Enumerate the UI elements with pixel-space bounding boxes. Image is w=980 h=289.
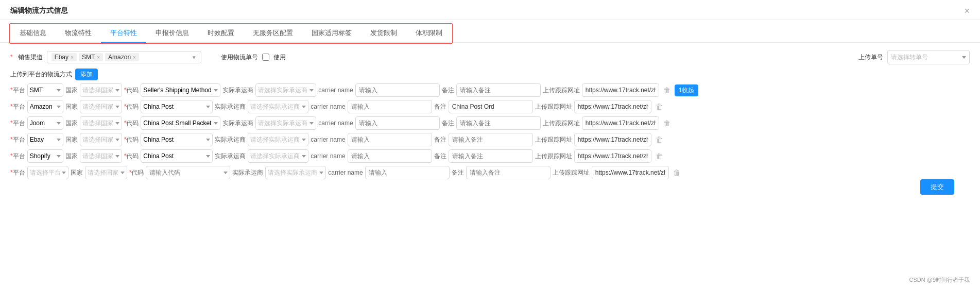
platform-select-1[interactable]: Amazon — [27, 100, 63, 113]
carrier-label-0: 实际承运商 — [222, 86, 253, 95]
tag-smt-close[interactable]: × — [97, 55, 100, 60]
tag-amazon: Amazon × — [105, 53, 139, 61]
tab-logistics-props[interactable]: 物流特性 — [56, 24, 101, 43]
tab-declared-price[interactable]: 申报价信息 — [146, 24, 198, 43]
table-row: *平台 Amazon 国家 请选择国家 *代码 China Post 实际承运商… — [10, 100, 970, 113]
code-label-4: *代码 — [124, 152, 139, 161]
carrier-name-label-1: carrier name — [311, 103, 345, 110]
remark-input-0[interactable] — [456, 83, 541, 97]
platform-label-0: *平台 — [10, 86, 25, 95]
code-select-0[interactable]: Seller's Shipping Method — [141, 83, 220, 97]
use-logistics-checkbox[interactable] — [262, 54, 269, 61]
code-label-5: *代码 — [129, 168, 144, 177]
carrier-name-input-3[interactable] — [348, 133, 432, 146]
code-select-4[interactable]: China Post — [141, 149, 213, 163]
platform-select-5[interactable]: 请选择平台 — [27, 166, 68, 179]
url-input-5[interactable] — [592, 166, 669, 179]
carrier-select-5[interactable]: 请选择实际承运商 — [265, 166, 326, 179]
carrier-label-1: 实际承运商 — [215, 103, 246, 111]
remark-input-2[interactable] — [456, 116, 541, 130]
collect-button-0[interactable]: 1收起 — [675, 84, 699, 96]
top-row-right: 上传单号 请选择转单号 — [858, 50, 970, 64]
tab-platform-props[interactable]: 平台特性 — [101, 24, 146, 43]
sales-channel-input[interactable]: Ebay × SMT × Amazon × ▼ — [47, 51, 201, 63]
carrier-select-2[interactable]: 请选择实际承运商 — [255, 116, 316, 130]
remark-input-5[interactable] — [466, 166, 551, 179]
add-platform-button[interactable]: 添加 — [75, 69, 98, 80]
carrier-label-2: 实际承运商 — [222, 119, 253, 128]
platform-label-1: *平台 — [10, 103, 25, 111]
delete-button-3[interactable]: 🗑 — [654, 135, 665, 144]
carrier-name-input-4[interactable] — [348, 149, 432, 163]
remark-input-4[interactable] — [449, 149, 533, 163]
country-select-0[interactable]: 请选择国家 — [80, 83, 122, 97]
code-select-2[interactable]: China Post Small Packet — [141, 116, 220, 130]
remark-input-1[interactable] — [449, 100, 533, 113]
top-row: * 销售渠道 Ebay × SMT × Amazon × ▼ — [10, 50, 970, 64]
country-select-3[interactable]: 请选择国家 — [80, 133, 122, 146]
url-input-3[interactable] — [574, 133, 651, 146]
code-label-2: *代码 — [124, 119, 139, 128]
url-label-4: 上传跟踪网址 — [535, 152, 572, 161]
url-label-0: 上传跟踪网址 — [543, 86, 580, 95]
platform-select-3[interactable]: Ebay — [27, 133, 63, 146]
country-select-4[interactable]: 请选择国家 — [80, 149, 122, 163]
upload-platform-label: 上传到平台的物流方式 — [10, 70, 72, 79]
tab-country-label[interactable]: 国家适用标签 — [302, 24, 361, 43]
tab-volume-limit[interactable]: 体积限制 — [406, 24, 452, 43]
tab-shipping-limit[interactable]: 发货限制 — [361, 24, 406, 43]
table-row: *平台 请选择平台 国家 请选择国家 *代码 实际承运商 请选择实际承运商 ca… — [10, 166, 970, 179]
tag-ebay-label: Ebay — [55, 54, 68, 61]
delete-button-0[interactable]: 🗑 — [661, 86, 673, 94]
carrier-select-1[interactable]: 请选择实际承运商 — [248, 100, 308, 113]
platform-select-4[interactable]: Shopify — [27, 149, 63, 163]
url-input-0[interactable] — [582, 83, 659, 97]
remark-label-2: 备注 — [442, 119, 454, 128]
delete-button-2[interactable]: 🗑 — [661, 119, 673, 127]
platform-row-header: 上传到平台的物流方式 添加 — [10, 69, 970, 80]
submit-button[interactable]: 提交 — [920, 179, 954, 195]
tag-amazon-close[interactable]: × — [133, 55, 136, 60]
close-button[interactable]: × — [964, 6, 970, 15]
code-label-0: *代码 — [124, 86, 139, 95]
tab-time-config[interactable]: 时效配置 — [198, 24, 244, 43]
carrier-name-input-2[interactable] — [355, 116, 440, 130]
country-select-1[interactable]: 请选择国家 — [80, 100, 122, 113]
url-input-4[interactable] — [574, 149, 651, 163]
remark-label-1: 备注 — [434, 103, 446, 111]
upload-no-label: 上传单号 — [858, 53, 883, 62]
upload-no-select[interactable]: 请选择转单号 — [887, 50, 970, 64]
modal-overlay: 编辑物流方式信息 × 基础信息 物流特性 平台特性 申报价信息 时效配置 无服务… — [0, 0, 980, 289]
carrier-name-input-1[interactable] — [348, 100, 432, 113]
url-label-1: 上传跟踪网址 — [535, 103, 572, 111]
tab-no-service-config[interactable]: 无服务区配置 — [244, 24, 302, 43]
tag-amazon-label: Amazon — [108, 54, 131, 61]
remark-input-3[interactable] — [449, 133, 533, 146]
carrier-name-label-2: carrier name — [318, 120, 353, 127]
code-select-1[interactable]: China Post — [141, 100, 213, 113]
country-select-2[interactable]: 请选择国家 — [80, 116, 122, 130]
tag-ebay-close[interactable]: × — [71, 55, 74, 60]
carrier-name-label-0: carrier name — [318, 87, 353, 94]
carrier-label-4: 实际承运商 — [215, 152, 246, 161]
delete-button-1[interactable]: 🗑 — [654, 103, 665, 111]
country-label-1: 国家 — [65, 103, 78, 111]
delete-button-5[interactable]: 🗑 — [671, 168, 682, 177]
carrier-select-3[interactable]: 请选择实际承运商 — [248, 133, 308, 146]
carrier-select-0[interactable]: 请选择实际承运商 — [255, 83, 316, 97]
carrier-select-4[interactable]: 请选择实际承运商 — [248, 149, 308, 163]
platform-select-0[interactable]: SMT — [27, 83, 63, 97]
country-label-3: 国家 — [65, 135, 78, 144]
delete-button-4[interactable]: 🗑 — [654, 152, 665, 160]
url-input-1[interactable] — [574, 100, 651, 113]
carrier-name-input-5[interactable] — [365, 166, 450, 179]
carrier-name-input-0[interactable] — [355, 83, 440, 97]
sales-channel-label: 销售渠道 — [18, 53, 43, 62]
tab-basic-info[interactable]: 基础信息 — [10, 24, 56, 43]
platform-select-2[interactable]: Joom — [27, 116, 63, 130]
code-input-5[interactable] — [146, 166, 230, 179]
platform-label-3: *平台 — [10, 135, 25, 144]
code-select-3[interactable]: China Post — [141, 133, 213, 146]
url-input-2[interactable] — [582, 116, 659, 130]
country-select-5[interactable]: 请选择国家 — [85, 166, 127, 179]
